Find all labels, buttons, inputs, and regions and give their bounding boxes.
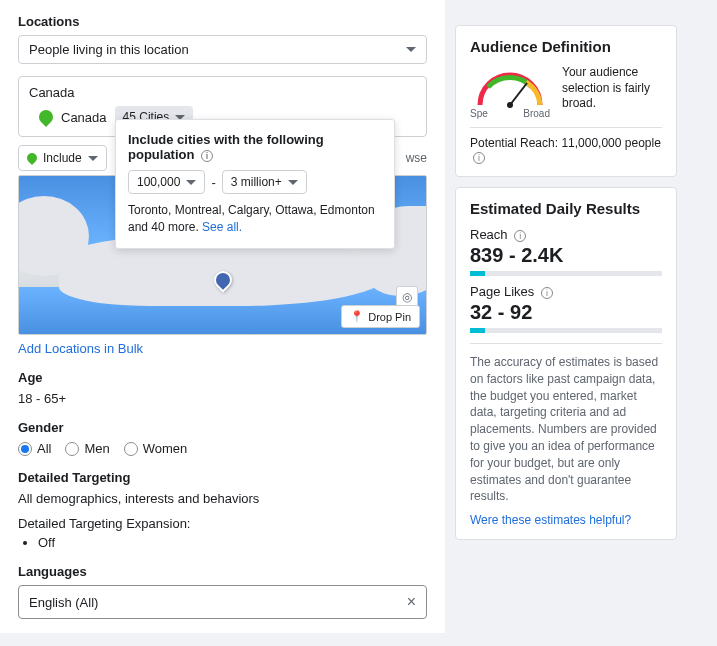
language-value: English (All)	[29, 595, 98, 610]
expansion-value: Off	[38, 535, 427, 550]
likes-label: Page Likes i	[470, 284, 662, 299]
chevron-down-icon	[186, 180, 196, 185]
estimates-disclaimer: The accuracy of estimates is based on fa…	[470, 343, 662, 505]
detailed-targeting-value: All demographics, interests and behavior…	[18, 491, 427, 506]
info-icon[interactable]: i	[201, 150, 213, 162]
see-all-link[interactable]: See all.	[202, 220, 242, 234]
gender-option-men[interactable]: Men	[65, 441, 109, 456]
svg-point-1	[507, 102, 513, 108]
chevron-down-icon	[288, 180, 298, 185]
region-title: Canada	[29, 85, 416, 100]
reach-value: 839 - 2.4K	[470, 244, 662, 267]
age-label: Age	[18, 370, 427, 385]
reach-bar	[470, 271, 662, 276]
gender-option-all[interactable]: All	[18, 441, 51, 456]
audience-definition-panel: Audience Definition Spe Br	[455, 25, 677, 177]
location-pin-icon	[25, 151, 39, 165]
audience-title: Audience Definition	[470, 38, 662, 55]
living-location-select[interactable]: People living in this location	[18, 35, 427, 64]
chevron-down-icon	[406, 47, 416, 52]
estimates-title: Estimated Daily Results	[470, 200, 662, 217]
likes-value: 32 - 92	[470, 301, 662, 324]
drop-pin-button[interactable]: 📍 Drop Pin	[341, 305, 420, 328]
chevron-down-icon	[88, 156, 98, 161]
radio-icon	[124, 442, 138, 456]
info-icon[interactable]: i	[473, 152, 485, 164]
info-icon[interactable]: i	[541, 287, 553, 299]
expansion-label: Detailed Targeting Expansion:	[18, 516, 427, 531]
info-icon[interactable]: i	[514, 230, 526, 242]
include-dropdown[interactable]: Include	[18, 145, 107, 171]
audience-gauge-icon	[470, 65, 550, 110]
likes-bar	[470, 328, 662, 333]
gender-radio-group: All Men Women	[18, 441, 427, 456]
reach-bar-fill	[470, 271, 485, 276]
browse-hint: wse	[406, 151, 427, 165]
estimated-results-panel: Estimated Daily Results Reach i 839 - 2.…	[455, 187, 677, 540]
add-locations-bulk-link[interactable]: Add Locations in Bulk	[18, 341, 143, 356]
location-pin-icon	[36, 107, 56, 127]
radio-icon	[18, 442, 32, 456]
clear-language-icon[interactable]: ×	[407, 593, 416, 611]
audience-summary: Your audience selection is fairly broad.	[562, 65, 662, 112]
population-popup: Include cities with the following popula…	[115, 119, 395, 249]
targeting-panel: Locations People living in this location…	[0, 0, 445, 633]
language-input[interactable]: English (All) ×	[18, 585, 427, 619]
region-box: Canada Canada 45 Cities Include cities w…	[18, 76, 427, 137]
languages-label: Languages	[18, 564, 427, 579]
svg-line-0	[510, 83, 527, 105]
age-value: 18 - 65+	[18, 391, 427, 406]
detailed-targeting-label: Detailed Targeting	[18, 470, 427, 485]
living-location-value: People living in this location	[29, 42, 189, 57]
gender-option-women[interactable]: Women	[124, 441, 188, 456]
radio-icon	[65, 442, 79, 456]
locations-label: Locations	[18, 14, 427, 29]
population-max-select[interactable]: 3 million+	[222, 170, 307, 194]
reach-label: Reach i	[470, 227, 662, 242]
likes-bar-fill	[470, 328, 485, 333]
estimates-helpful-link[interactable]: Were these estimates helpful?	[470, 513, 631, 527]
gender-label: Gender	[18, 420, 427, 435]
country-chip[interactable]: Canada	[61, 110, 107, 125]
population-desc: Toronto, Montreal, Calgary, Ottawa, Edmo…	[128, 202, 382, 236]
population-popup-title: Include cities with the following popula…	[128, 132, 382, 162]
potential-reach: Potential Reach: 11,000,000 people i	[470, 127, 662, 164]
population-min-select[interactable]: 100,000	[128, 170, 205, 194]
